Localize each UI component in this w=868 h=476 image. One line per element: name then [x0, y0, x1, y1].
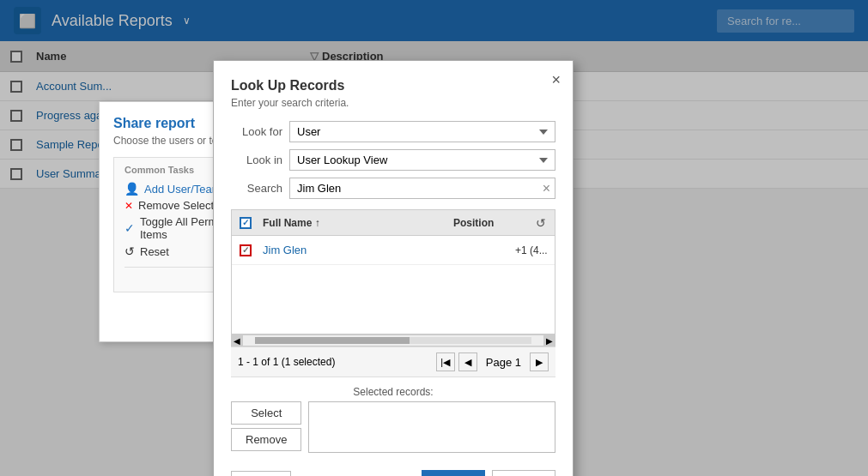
look-for-label: Look for — [231, 125, 282, 138]
look-for-field: Look for User — [231, 121, 555, 142]
add-user-team-label: Add User/Team — [144, 183, 222, 196]
search-label: Search — [231, 182, 282, 195]
results-table-header: ✓ Full Name ↑ Position ↺ — [232, 210, 555, 236]
check-glyph: ✓ — [242, 218, 249, 227]
lookup-cancel-button[interactable]: Cancel — [492, 470, 555, 476]
result-fullname[interactable]: Jim Glen — [259, 244, 512, 256]
user-icon: 👤 — [124, 182, 139, 196]
selected-records-label: Selected records: — [231, 386, 555, 398]
position-column-header: Position — [450, 217, 527, 229]
footer-right-buttons: Add Cancel — [422, 470, 555, 476]
prev-page-button[interactable]: ◀ — [458, 352, 477, 371]
result-extra: +1 (4... — [512, 244, 555, 256]
check-glyph: ✓ — [242, 245, 249, 255]
scrollbar-track — [255, 337, 531, 344]
search-clear-button[interactable]: × — [543, 182, 550, 196]
lookup-dialog-title: Look Up Records — [231, 78, 555, 93]
row-checkbox-cell: ✓ — [232, 244, 259, 256]
select-button[interactable]: Select — [231, 401, 301, 425]
check-icon: ✓ — [124, 221, 135, 235]
fullname-column-header: Full Name ↑ — [259, 217, 450, 229]
position-col-label: Position — [453, 217, 494, 229]
look-for-select[interactable]: User — [289, 121, 555, 142]
header-checkbox-cell: ✓ — [232, 217, 259, 229]
lookup-records-dialog: × Look Up Records Enter your search crit… — [213, 60, 574, 476]
lookup-dialog-close-button[interactable]: × — [551, 71, 561, 89]
remove-button[interactable]: Remove — [231, 428, 301, 451]
scroll-left-button[interactable]: ◀ — [231, 334, 243, 346]
next-page-button[interactable]: ▶ — [530, 352, 549, 371]
row-checkbox[interactable]: ✓ — [240, 244, 252, 256]
results-table: ✓ Full Name ↑ Position ↺ ✓ Jim Glen +1 (… — [231, 209, 555, 334]
add-button[interactable]: Add — [422, 470, 484, 476]
pagination-bar: 1 - 1 of 1 (1 selected) |◀ ◀ Page 1 ▶ — [231, 346, 555, 377]
results-table-row[interactable]: ✓ Jim Glen +1 (4... — [232, 236, 555, 265]
search-input[interactable] — [289, 178, 555, 199]
look-in-select[interactable]: User Lookup View — [289, 149, 555, 171]
look-in-label: Look in — [231, 154, 282, 166]
search-input-wrap: × — [289, 178, 555, 199]
page-label: Page 1 — [486, 356, 521, 369]
lookup-footer: New Add Cancel — [231, 470, 555, 476]
fullname-col-label: Full Name ↑ — [263, 217, 320, 229]
reset-label: Reset — [140, 245, 169, 258]
select-all-results-checkbox[interactable]: ✓ — [240, 217, 252, 229]
selected-action-buttons: Select Remove — [231, 401, 301, 461]
pagination-summary: 1 - 1 of 1 (1 selected) — [238, 356, 335, 368]
new-button[interactable]: New — [231, 471, 291, 476]
refresh-icon[interactable]: ↺ — [536, 216, 546, 230]
selected-records-box — [308, 401, 555, 453]
lookup-form: Look for User Look in User Lookup View S… — [231, 121, 555, 199]
refresh-icon-cell: ↺ — [527, 216, 555, 230]
scrollbar-thumb[interactable] — [255, 337, 410, 344]
selected-records-area: Select Remove — [231, 401, 555, 461]
horizontal-scrollbar[interactable]: ◀ ▶ — [231, 334, 555, 346]
lookup-dialog-subtitle: Enter your search criteria. — [231, 97, 555, 109]
empty-results-area — [232, 265, 555, 334]
reset-icon: ↺ — [124, 244, 135, 258]
scroll-right-button[interactable]: ▶ — [543, 334, 555, 346]
remove-icon: ✕ — [124, 200, 133, 212]
search-field: Search × — [231, 178, 555, 199]
first-page-button[interactable]: |◀ — [436, 352, 455, 371]
look-in-field: Look in User Lookup View — [231, 149, 555, 171]
page-navigation: |◀ ◀ Page 1 ▶ — [436, 352, 549, 371]
